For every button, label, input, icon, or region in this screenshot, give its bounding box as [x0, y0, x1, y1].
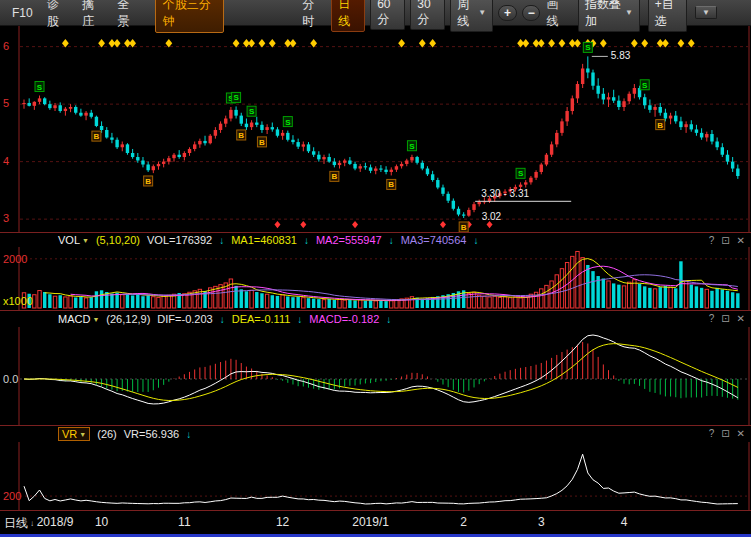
maximize-icon[interactable]: ⊡: [721, 235, 729, 246]
time-tick-label: 2018/9: [37, 515, 74, 529]
vol-indicator-selector[interactable]: VOL ▼: [58, 234, 89, 246]
chevron-down-icon: ↓: [30, 519, 34, 528]
svg-text:B: B: [388, 180, 394, 189]
tab-f10[interactable]: F10: [6, 4, 39, 22]
time-tick-label: 11: [178, 515, 190, 529]
macd-params: (26,12,9): [106, 313, 150, 325]
svg-text:S: S: [37, 83, 43, 92]
help-icon[interactable]: ?: [709, 428, 715, 439]
macd-dea-value: DEA=-0.111: [232, 313, 291, 325]
period-selector[interactable]: 日线 ↓: [4, 515, 34, 532]
macd-indicator-name: MACD: [58, 313, 90, 325]
time-tick-label: 10: [95, 515, 108, 529]
svg-text:B: B: [238, 131, 244, 140]
vr-panel: VR ▼ (26) VR=56.936 ↓ ? ⊡ ✕ 200: [0, 425, 751, 510]
vr-indicator-selector[interactable]: VR ▼: [58, 427, 90, 441]
svg-text:S: S: [518, 169, 524, 178]
chevron-down-icon: ▼: [478, 8, 486, 17]
svg-text:B: B: [145, 177, 151, 186]
macd-dif-value: DIF=-0.203: [157, 313, 212, 325]
svg-text:S: S: [249, 107, 255, 116]
vr-chart[interactable]: [0, 442, 751, 510]
chevron-down-icon: ▼: [79, 431, 86, 438]
svg-text:S: S: [409, 142, 415, 151]
vr-value: VR=56.936: [124, 428, 179, 440]
svg-text:S: S: [642, 81, 648, 90]
chevron-down-icon: ▼: [92, 316, 99, 323]
svg-text:B: B: [461, 223, 467, 232]
svg-text:3.30 - 3.31: 3.30 - 3.31: [481, 188, 529, 199]
help-icon[interactable]: ?: [709, 313, 715, 324]
svg-text:5.83: 5.83: [611, 50, 631, 61]
time-tick-label: 3: [538, 515, 545, 529]
svg-text:S: S: [233, 93, 239, 102]
down-arrow-icon: ↓: [186, 429, 191, 440]
vol-ma1-value: MA1=460831: [231, 234, 297, 246]
macd-chart[interactable]: [0, 327, 751, 425]
svg-text:B: B: [259, 138, 265, 147]
vol-window-buttons: ? ⊡ ✕: [709, 235, 745, 246]
price-axis-label: 6: [3, 40, 9, 52]
zoom-out-button[interactable]: −: [522, 5, 541, 21]
top-toolbar: F10 诊股 擒庄 全景 个股三分钟 分时 日线 60分 30分 周线 ▼ + …: [0, 0, 751, 26]
vr-params: (26): [97, 428, 117, 440]
volume-panel: VOL ▼ (5,10,20) VOL=176392 ↓ MA1=460831 …: [0, 232, 751, 310]
time-tick-label: 12: [276, 515, 289, 529]
time-tick-label: 2: [460, 515, 467, 529]
period-selector-label: 日线: [4, 515, 28, 532]
svg-text:B: B: [657, 121, 663, 130]
down-arrow-icon: ↓: [297, 314, 302, 325]
vr-panel-header: VR ▼ (26) VR=56.936 ↓: [0, 426, 751, 442]
down-arrow-icon: ↓: [389, 235, 394, 246]
vol-indicator-name: VOL: [58, 234, 80, 246]
chevron-down-icon: ▼: [625, 8, 633, 17]
macd-indicator-selector[interactable]: MACD ▼: [58, 313, 99, 325]
vr-indicator-name: VR: [62, 428, 77, 440]
svg-text:B: B: [331, 172, 337, 181]
maximize-icon[interactable]: ⊡: [721, 313, 729, 324]
price-axis-label: 5: [3, 97, 9, 109]
svg-text:S: S: [585, 43, 591, 52]
macd-panel-header: MACD ▼ (26,12,9) DIF=-0.203 ↓ DEA=-0.111…: [0, 311, 751, 327]
chevron-down-icon: ▼: [82, 237, 89, 244]
down-arrow-icon: ↓: [473, 235, 478, 246]
chevron-down-icon: ▼: [702, 8, 710, 17]
zoom-in-button[interactable]: +: [498, 5, 517, 21]
price-axis-label: 3: [3, 212, 9, 224]
more-dropdown-button[interactable]: ▼: [695, 6, 717, 19]
volume-chart[interactable]: [0, 247, 751, 310]
time-tick-label: 2019/1: [352, 515, 389, 529]
vol-ma2-value: MA2=555947: [316, 234, 382, 246]
macd-zero-label: 0.0: [3, 373, 18, 385]
volume-unit-label: x1000: [3, 295, 33, 307]
macd-panel: MACD ▼ (26,12,9) DIF=-0.203 ↓ DEA=-0.111…: [0, 310, 751, 425]
volume-axis-label: 2000: [3, 253, 27, 265]
maximize-icon[interactable]: ⊡: [721, 428, 729, 439]
svg-text:3.02: 3.02: [482, 211, 502, 222]
down-arrow-icon: ↓: [219, 235, 224, 246]
time-axis: 日线 ↓ 2018/91011122019/1234: [0, 510, 751, 537]
vol-params: (5,10,20): [96, 234, 140, 246]
volume-panel-header: VOL ▼ (5,10,20) VOL=176392 ↓ MA1=460831 …: [0, 233, 751, 247]
down-arrow-icon: ↓: [304, 235, 309, 246]
price-axis-label: 4: [3, 155, 9, 167]
vr-window-buttons: ? ⊡ ✕: [709, 428, 745, 439]
down-arrow-icon: ↓: [220, 314, 225, 325]
close-icon[interactable]: ✕: [737, 235, 745, 246]
vol-ma3-value: MA3=740564: [401, 234, 467, 246]
candlestick-chart[interactable]: SSSSSSSSSBBBBBBBB5.833.30 - 3.313.02: [0, 26, 751, 232]
help-icon[interactable]: ?: [709, 235, 715, 246]
candlestick-panel: SSSSSSSSSBBBBBBBB5.833.30 - 3.313.02 654…: [0, 26, 751, 232]
vr-axis-label: 200: [3, 490, 21, 502]
down-arrow-icon: ↓: [386, 314, 391, 325]
macd-window-buttons: ? ⊡ ✕: [709, 313, 745, 324]
stock-chart-window: F10 诊股 擒庄 全景 个股三分钟 分时 日线 60分 30分 周线 ▼ + …: [0, 0, 751, 537]
vol-value: VOL=176392: [147, 234, 212, 246]
svg-text:S: S: [285, 118, 291, 127]
time-tick-label: 4: [621, 515, 628, 529]
close-icon[interactable]: ✕: [737, 313, 745, 324]
close-icon[interactable]: ✕: [737, 428, 745, 439]
svg-text:B: B: [94, 132, 100, 141]
macd-value: MACD=-0.182: [309, 313, 379, 325]
